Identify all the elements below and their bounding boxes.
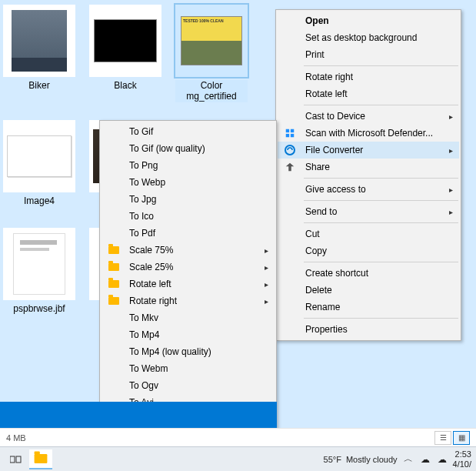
- converter-icon: [284, 144, 296, 156]
- folder-icon: [108, 278, 120, 290]
- menu-separator: [304, 65, 458, 66]
- thumbnail: [3, 120, 75, 192]
- file-explorer-taskbar-icon[interactable]: [29, 449, 52, 469]
- submenu-scale75[interactable]: Scale 75%▸: [102, 242, 275, 259]
- submenu-towebm[interactable]: To Webm: [102, 360, 275, 377]
- submenu-toogv[interactable]: To Ogv: [102, 377, 275, 394]
- file-item[interactable]: Black: [89, 5, 161, 91]
- menu-rename[interactable]: Rename: [278, 299, 459, 316]
- status-bar: 4 MB ☰ ▦: [0, 428, 476, 446]
- thumbnail: [3, 5, 75, 77]
- menu-rotate-right[interactable]: Rotate right: [278, 68, 459, 85]
- thumbnail: [89, 5, 161, 77]
- menu-share[interactable]: Share: [278, 159, 459, 175]
- tray-chevron-icon[interactable]: ︿: [402, 453, 414, 466]
- submenu-topdf[interactable]: To Pdf: [102, 225, 275, 242]
- file-item-selected[interactable]: Colormg_certified: [175, 5, 248, 102]
- view-thumbnails-button[interactable]: ▦: [453, 431, 470, 445]
- submenu-tojpg[interactable]: To Jpg: [102, 191, 275, 208]
- thumbnail: [3, 228, 75, 300]
- submenu-togif[interactable]: To Gif: [102, 123, 275, 140]
- folder-icon: [108, 295, 120, 307]
- submenu-rotl[interactable]: Rotate left▸: [102, 276, 275, 292]
- menu-cast[interactable]: Cast to Device▸: [278, 108, 459, 125]
- file-item[interactable]: Image4: [3, 120, 75, 206]
- submenu-rotr[interactable]: Rotate right▸: [102, 292, 275, 309]
- svg-rect-0: [286, 129, 289, 132]
- chevron-right-icon: ▸: [449, 185, 453, 194]
- submenu-togiflq[interactable]: To Gif (low quality): [102, 140, 275, 157]
- weather-text[interactable]: Mostly cloudy: [346, 455, 398, 464]
- file-label: Image4: [3, 195, 75, 206]
- menu-file-converter[interactable]: File Converter▸: [278, 142, 459, 159]
- shield-icon: [284, 127, 296, 139]
- file-label: pspbrwse.jbf: [3, 303, 75, 314]
- taskview-icon[interactable]: [5, 449, 28, 469]
- menu-rotate-left[interactable]: Rotate left: [278, 85, 459, 102]
- onedrive-icon[interactable]: ☁: [436, 453, 448, 466]
- submenu-toico[interactable]: To Ico: [102, 208, 275, 225]
- chevron-right-icon: ▸: [265, 297, 268, 306]
- svg-rect-3: [291, 134, 294, 137]
- menu-separator: [304, 318, 458, 319]
- menu-create-shortcut[interactable]: Create shortcut: [278, 265, 459, 282]
- menu-properties[interactable]: Properties: [278, 321, 459, 338]
- chevron-right-icon: ▸: [265, 246, 268, 255]
- menu-send-to[interactable]: Send to▸: [278, 203, 459, 220]
- share-icon: [284, 161, 296, 173]
- menu-separator: [304, 178, 458, 179]
- submenu-tomp4[interactable]: To Mp4: [102, 326, 275, 343]
- status-size: 4 MB: [6, 433, 26, 443]
- chevron-right-icon: ▸: [449, 146, 453, 155]
- submenu-tomkv[interactable]: To Mkv: [102, 309, 275, 326]
- file-label: Colormg_certified: [175, 80, 248, 102]
- submenu-tomp4lq[interactable]: To Mp4 (low quality): [102, 343, 275, 360]
- menu-separator: [304, 222, 458, 223]
- taskbar: 55°F Mostly cloudy ︿ ☁ ☁ 2:53 4/10/: [0, 446, 476, 471]
- weather-temp[interactable]: 55°F: [324, 455, 341, 464]
- svg-rect-6: [16, 456, 21, 463]
- file-label: Biker: [3, 80, 75, 91]
- menu-copy[interactable]: Copy: [278, 242, 459, 259]
- selection-bar: [0, 402, 277, 428]
- menu-cut[interactable]: Cut: [278, 225, 459, 242]
- chevron-right-icon: ▸: [265, 280, 268, 289]
- svg-rect-2: [286, 134, 289, 137]
- menu-separator: [304, 262, 458, 262]
- svg-point-4: [285, 145, 295, 155]
- taskbar-clock[interactable]: 2:53 4/10/: [453, 449, 471, 468]
- svg-rect-5: [10, 456, 15, 463]
- menu-give-access[interactable]: Give access to▸: [278, 181, 459, 198]
- onedrive-icon[interactable]: ☁: [419, 453, 431, 466]
- context-menu: Open Set as desktop background Print Rot…: [275, 9, 461, 341]
- chevron-right-icon: ▸: [449, 112, 453, 121]
- folder-icon: [108, 244, 120, 256]
- folder-icon: [108, 261, 120, 273]
- submenu-towebp[interactable]: To Webp: [102, 174, 275, 191]
- menu-print[interactable]: Print: [278, 46, 459, 63]
- menu-separator: [304, 200, 458, 201]
- view-details-button[interactable]: ☰: [434, 431, 451, 445]
- chevron-right-icon: ▸: [265, 263, 268, 272]
- submenu-scale25[interactable]: Scale 25%▸: [102, 259, 275, 276]
- file-label: Black: [89, 80, 161, 91]
- menu-separator: [304, 105, 458, 105]
- menu-scan-defender[interactable]: Scan with Microsoft Defender...: [278, 125, 459, 142]
- menu-delete[interactable]: Delete: [278, 282, 459, 299]
- file-item[interactable]: Biker: [3, 5, 75, 91]
- file-item[interactable]: pspbrwse.jbf: [3, 228, 75, 314]
- chevron-right-icon: ▸: [449, 208, 453, 216]
- thumbnail: [175, 5, 248, 77]
- submenu-topng[interactable]: To Png: [102, 157, 275, 174]
- menu-open[interactable]: Open: [278, 12, 459, 29]
- menu-set-background[interactable]: Set as desktop background: [278, 29, 459, 46]
- svg-rect-1: [291, 129, 294, 132]
